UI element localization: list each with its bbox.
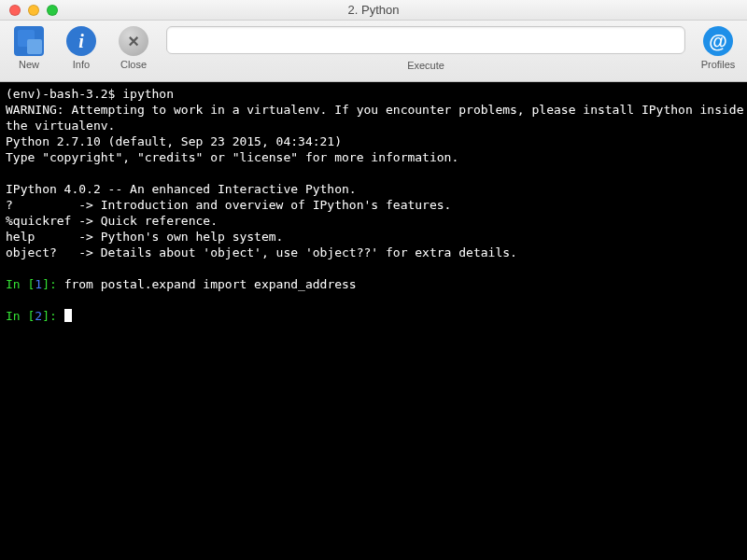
shell-command: ipython <box>122 87 174 101</box>
terminal-line: Python 2.7.10 (default, Sep 23 2015, 04:… <box>6 134 342 148</box>
shell-prompt: (env)-bash-3.2$ <box>6 87 122 101</box>
terminal-line: %quickref -> Quick reference. <box>6 214 218 228</box>
cursor <box>64 309 72 322</box>
ipython-in-prompt: In [2]: <box>6 309 64 323</box>
execute-input[interactable] <box>166 26 685 54</box>
window-close-button[interactable] <box>9 5 21 16</box>
close-label: Close <box>120 59 147 70</box>
window: 2. Python New i Info × Close Execute @ P… <box>0 0 747 560</box>
titlebar: 2. Python <box>0 0 747 21</box>
close-icon: × <box>119 26 148 56</box>
close-button[interactable]: × Close <box>114 26 153 70</box>
window-minimize-button[interactable] <box>28 5 39 16</box>
new-window-icon <box>14 26 44 56</box>
ipython-code: from postal.expand import expand_address <box>64 277 357 291</box>
terminal[interactable]: (env)-bash-3.2$ ipython WARNING: Attempt… <box>0 82 747 560</box>
ipython-in-prompt: In [1]: <box>6 277 64 291</box>
new-button[interactable]: New <box>9 26 49 70</box>
terminal-line: Type "copyright", "credits" or "license"… <box>6 150 458 164</box>
info-button[interactable]: i Info <box>62 26 101 70</box>
toolbar: New i Info × Close Execute @ Profiles <box>0 21 747 82</box>
profiles-button[interactable]: @ Profiles <box>698 26 738 70</box>
terminal-line: help -> Python's own help system. <box>6 230 283 244</box>
terminal-line: object? -> Details about 'object', use '… <box>6 245 517 259</box>
info-label: Info <box>73 59 90 70</box>
terminal-line: ? -> Introduction and overview of IPytho… <box>6 198 451 212</box>
info-icon: i <box>66 26 96 56</box>
terminal-line: IPython 4.0.2 -- An enhanced Interactive… <box>6 182 357 196</box>
at-icon: @ <box>703 26 733 56</box>
window-title: 2. Python <box>0 3 747 17</box>
profiles-label: Profiles <box>701 59 736 70</box>
execute-group: Execute <box>166 26 685 71</box>
execute-label: Execute <box>407 60 444 71</box>
traffic-lights <box>0 5 58 16</box>
terminal-line: WARNING: Attempting to work in a virtual… <box>6 103 744 117</box>
terminal-line: the virtualenv. <box>6 119 115 133</box>
new-label: New <box>19 59 39 70</box>
window-zoom-button[interactable] <box>47 5 58 16</box>
